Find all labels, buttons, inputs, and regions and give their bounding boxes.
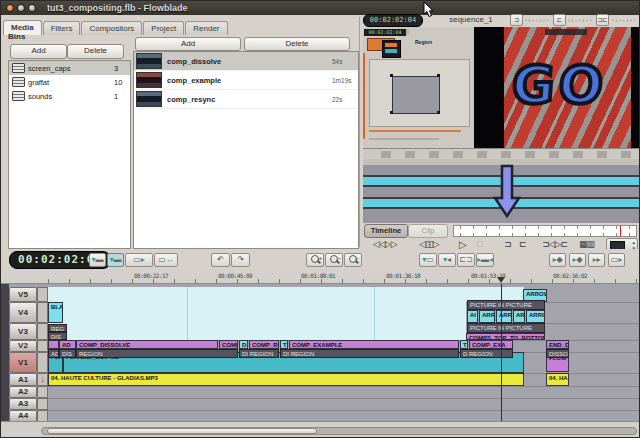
clip-end-d[interactable]: END_D: [546, 340, 569, 349]
clip-t[interactable]: T: [280, 340, 288, 349]
clip-comp-dissolve[interactable]: COMP_DISSOLVE: [76, 340, 218, 349]
clip-arrow-b[interactable]: ARROW_B: [526, 310, 545, 323]
compositor-add[interactable]: ADD: [48, 349, 59, 358]
clip-d[interactable]: D: [239, 340, 248, 349]
clip-comp-exa[interactable]: COMP_EXA: [469, 340, 513, 349]
compositor-d-region[interactable]: D REGION: [460, 349, 513, 358]
clip-arr[interactable]: ARR: [496, 310, 512, 323]
track-indicator-A2[interactable]: [37, 386, 48, 398]
mark-in-icon[interactable]: ⊐: [510, 14, 523, 26]
compositor-reg[interactable]: REG: [48, 324, 67, 332]
monitor-position-bar[interactable]: [453, 225, 637, 237]
zoom-fit-button[interactable]: ↔: [344, 253, 362, 267]
timeline-scrollbar-handle[interactable]: [47, 428, 317, 434]
redo-button[interactable]: ↷: [231, 253, 250, 267]
timeline-ruler[interactable]: 00:00:22:1700:00:45:0900:01:08:0100:01:3…: [1, 269, 640, 284]
mark-out-icon[interactable]: ⊏: [553, 14, 566, 26]
clip-arr[interactable]: ARR: [513, 310, 525, 323]
track-head-V5[interactable]: V5: [9, 287, 37, 302]
prev-next-clip-button[interactable]: ◁◁▷▷: [373, 239, 397, 249]
overwrite-tool-button[interactable]: ▾▬: [107, 253, 124, 267]
track-head-A2[interactable]: A2: [9, 386, 37, 398]
track-head-V1[interactable]: V1: [9, 352, 37, 373]
compositor-di-region[interactable]: DI REGION: [239, 349, 279, 358]
clip-ad[interactable]: AD: [59, 340, 76, 349]
tab-project[interactable]: Project: [143, 21, 184, 35]
track-indicator-V4[interactable]: [37, 302, 48, 323]
clip-blank[interactable]: [48, 287, 524, 302]
marks-length-icon[interactable]: ⊐⊏: [596, 14, 609, 26]
clip-04-haute-culture-gladias-mp3[interactable]: 04. HAUTE CULTURE - GLADIAS.MP3: [48, 373, 524, 386]
undo-button[interactable]: ↶: [211, 253, 230, 267]
track-head-A1[interactable]: A1: [9, 373, 37, 386]
compositor-region[interactable]: REGION: [76, 349, 238, 358]
marks-clear-button[interactable]: ▦▥: [579, 239, 594, 249]
clip-comp-r[interactable]: COMP_R: [249, 340, 279, 349]
clip-comps-top-to-bottom-e[interactable]: COMPS_TOP_TO_BOTTOM_E: [466, 333, 545, 340]
track-indicator-A3[interactable]: [37, 398, 48, 410]
to-marks-button[interactable]: ⊐◁▷⊏: [542, 239, 567, 249]
insert-tool-button[interactable]: ▾▬: [89, 253, 106, 267]
maximize-icon[interactable]: [28, 4, 36, 12]
monitor-tab-clip[interactable]: Clip: [408, 224, 448, 238]
append-clip-button[interactable]: ▸◆: [569, 253, 586, 267]
monitor-tab-timeline[interactable]: Timeline: [364, 224, 408, 238]
timeline-tracks-area[interactable]: V5V4V3V2V1A1↓A2A3A4PLAPLANSSI_BG.PNGFLOW…: [1, 284, 640, 423]
media-add-button[interactable]: Add: [135, 37, 241, 51]
track-indicator-V3[interactable]: [37, 323, 48, 340]
prev-next-frame-button[interactable]: ◁▯▯▷: [419, 239, 439, 249]
compositor-dis[interactable]: DIS: [48, 332, 67, 340]
resync-button[interactable]: ⊏⊐: [457, 253, 475, 267]
lift-button[interactable]: ▾◂: [438, 253, 456, 267]
cut-button[interactable]: ▸▬◂: [476, 253, 494, 267]
clip-blank[interactable]: [63, 302, 466, 323]
media-item-comp_resync[interactable]: comp_resync22s: [134, 90, 358, 109]
tab-render[interactable]: Render: [185, 21, 227, 35]
clip-t[interactable]: T: [460, 340, 468, 349]
clip-ai[interactable]: AI: [467, 310, 478, 323]
bin-row-sounds[interactable]: sounds1: [9, 89, 130, 103]
track-head-V2[interactable]: V2: [9, 340, 37, 352]
compositor-di-region[interactable]: DI REGION: [280, 349, 459, 358]
overwrite-range-button[interactable]: ▸◆: [549, 253, 566, 267]
range-overwrite-button[interactable]: ▭▸: [125, 253, 153, 267]
clip-comp[interactable]: COMP: [219, 340, 238, 349]
pull-next-button[interactable]: ▸▸: [588, 253, 605, 267]
bins-delete-button[interactable]: Delete: [67, 44, 124, 59]
bin-row-graffat[interactable]: graffat10: [9, 75, 130, 89]
compositor-dissolv[interactable]: DISSOLV: [546, 349, 569, 358]
bin-row-screen_caps[interactable]: screen_caps3: [9, 61, 130, 75]
clip-bla[interactable]: BLA: [48, 302, 63, 323]
track-indicator-V2[interactable]: [37, 340, 48, 352]
zoom-out-button[interactable]: −: [325, 253, 343, 267]
track-indicator-V5[interactable]: [37, 287, 48, 302]
mark-out-button[interactable]: ⊏: [519, 239, 526, 249]
clip-arr[interactable]: ARR: [479, 310, 495, 323]
clip-blank[interactable]: [48, 340, 59, 349]
track-indicator-V1[interactable]: [37, 352, 48, 373]
monitor-insert-button[interactable]: ▭▸: [608, 253, 625, 267]
stop-button[interactable]: □: [477, 239, 481, 249]
tab-compositors[interactable]: Compositors: [81, 21, 142, 35]
track-indicator-A1[interactable]: ↓: [37, 373, 48, 386]
track-head-A3[interactable]: A3: [9, 398, 37, 410]
clip-comp-example[interactable]: COMP_EXAMPLE: [289, 340, 459, 349]
track-head-V4[interactable]: V4: [9, 302, 37, 323]
splice-out-button[interactable]: ▾▭: [419, 253, 437, 267]
close-icon[interactable]: [6, 4, 14, 12]
clip-blank[interactable]: [48, 323, 466, 340]
clip-blank[interactable]: [374, 287, 375, 340]
track-head-V3[interactable]: V3: [9, 323, 37, 340]
clip-blank[interactable]: [187, 287, 188, 340]
clip-04-ha[interactable]: 04. HA: [546, 373, 569, 386]
range-append-button[interactable]: ▭↔: [154, 253, 178, 267]
zoom-in-button[interactable]: +: [306, 253, 324, 267]
media-item-comp_dissolve[interactable]: comp_dissolve54s: [134, 52, 358, 71]
bins-add-button[interactable]: Add: [10, 44, 67, 59]
media-delete-button[interactable]: Delete: [244, 37, 350, 51]
minimize-icon[interactable]: [17, 4, 25, 12]
media-item-comp_example[interactable]: comp_example1m19s: [134, 71, 358, 90]
compositor-picture-in-picture[interactable]: PICTURE IN PICTURE: [467, 323, 545, 333]
mark-in-button[interactable]: ⊐: [504, 239, 511, 249]
compositor-dis[interactable]: DIS: [59, 349, 76, 358]
